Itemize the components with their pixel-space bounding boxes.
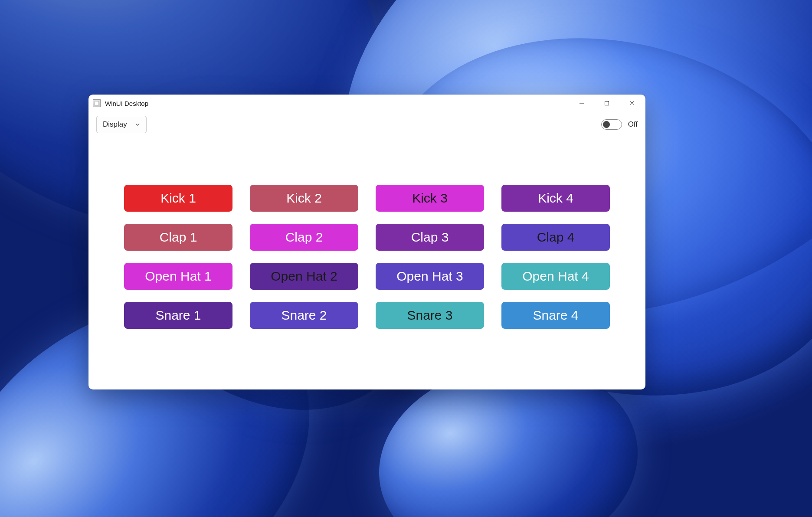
pad-snare-2[interactable]: Snare 2 [250,302,358,329]
pad-clap-1[interactable]: Clap 1 [124,224,232,251]
pad-open-hat-4[interactable]: Open Hat 4 [501,263,610,290]
display-dropdown[interactable]: Display [96,116,147,133]
titlebar[interactable]: WinUI Desktop [88,95,645,112]
app-window: WinUI Desktop Display Off [88,95,645,389]
pad-area: Kick 1 Kick 2 Kick 3 Kick 4 Clap 1 Clap … [88,137,645,389]
window-title: WinUI Desktop [105,100,148,107]
toggle-switch[interactable] [601,119,622,130]
app-icon [93,99,101,107]
toggle-knob [603,121,610,128]
window-controls [569,95,645,112]
display-dropdown-label: Display [103,120,127,129]
svg-rect-1 [605,101,609,105]
pad-open-hat-1[interactable]: Open Hat 1 [124,263,232,290]
pad-kick-2[interactable]: Kick 2 [250,185,358,212]
pad-clap-3[interactable]: Clap 3 [376,224,484,251]
pad-snare-1[interactable]: Snare 1 [124,302,232,329]
close-button[interactable] [619,95,645,112]
minimize-button[interactable] [569,95,594,112]
minimize-icon [579,101,584,106]
pad-kick-1[interactable]: Kick 1 [124,185,232,212]
pad-open-hat-2[interactable]: Open Hat 2 [250,263,358,290]
pad-grid: Kick 1 Kick 2 Kick 3 Kick 4 Clap 1 Clap … [124,185,610,329]
pad-open-hat-3[interactable]: Open Hat 3 [376,263,484,290]
toolbar: Display Off [88,112,645,137]
pad-kick-4[interactable]: Kick 4 [501,185,610,212]
pad-clap-4[interactable]: Clap 4 [501,224,610,251]
maximize-icon [604,101,609,106]
pad-kick-3[interactable]: Kick 3 [376,185,484,212]
toggle-label: Off [628,120,638,129]
pad-snare-4[interactable]: Snare 4 [501,302,610,329]
maximize-button[interactable] [594,95,619,112]
close-icon [629,101,635,106]
toggle-switch-group: Off [601,119,638,130]
pad-clap-2[interactable]: Clap 2 [250,224,358,251]
chevron-down-icon [135,122,140,127]
pad-snare-3[interactable]: Snare 3 [376,302,484,329]
